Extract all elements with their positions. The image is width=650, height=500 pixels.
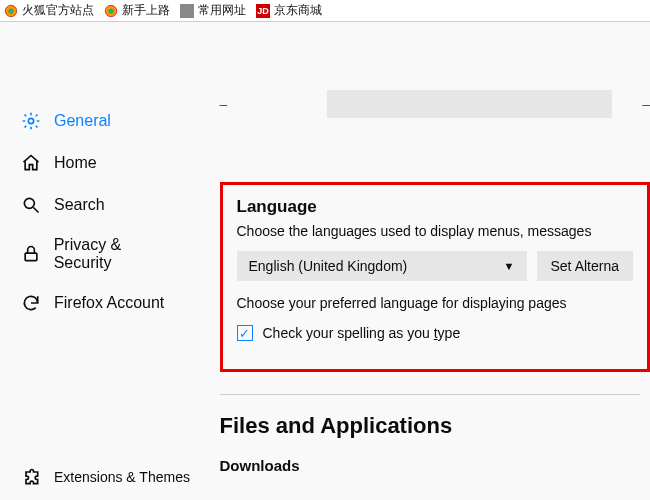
set-alternatives-button[interactable]: Set Alterna [537,251,634,281]
downloads-heading: Downloads [220,457,651,474]
sidebar-item-general[interactable]: General [0,100,192,142]
sidebar-item-label: Search [54,196,105,214]
sidebar-bottom: Extensions & Themes [0,454,215,500]
lock-icon [20,243,42,265]
sidebar-item-search[interactable]: Search [0,184,192,226]
sidebar-item-privacy[interactable]: Privacy & Security [0,226,192,282]
sync-icon [20,292,42,314]
language-section-highlight: Language Choose the languages used to di… [220,182,651,372]
svg-point-4 [28,118,33,123]
spellcheck-label: Check your spelling as you type [263,325,461,341]
gear-icon [20,110,42,132]
bookmark-jd[interactable]: JD 京东商城 [256,2,322,19]
sidebar-item-home[interactable]: Home [0,142,192,184]
search-icon [20,194,42,216]
checkbox-checked-icon[interactable]: ✓ [237,325,253,341]
bookmark-getting-started[interactable]: 新手上路 [104,2,170,19]
puzzle-icon [20,466,42,488]
bookmark-common-urls[interactable]: 常用网址 [180,2,246,19]
sidebar-item-label: Extensions & Themes [54,469,190,485]
language-heading: Language [237,197,634,217]
spellcheck-option[interactable]: ✓ Check your spelling as you type [237,325,634,341]
settings-layout: General Home Search Privacy & Security F… [0,22,650,500]
sidebar: General Home Search Privacy & Security F… [0,22,192,500]
bookmark-label: 常用网址 [198,2,246,19]
language-description: Choose the languages used to display men… [237,223,634,239]
bookmark-label: 京东商城 [274,2,322,19]
sidebar-item-label: Home [54,154,97,172]
bookmark-bar: 火狐官方站点 新手上路 常用网址 JD 京东商城 [0,0,650,22]
svg-point-1 [8,8,13,13]
dash-text: – [220,96,228,112]
firefox-icon [4,4,18,18]
bookmark-firefox-official[interactable]: 火狐官方站点 [4,2,94,19]
language-dropdown[interactable]: English (United Kingdom) ▼ [237,251,527,281]
sidebar-item-label: Privacy & Security [54,236,182,272]
page-icon [180,4,194,18]
sidebar-item-label: General [54,112,111,130]
svg-rect-7 [25,253,37,260]
dash-text: – [642,96,650,112]
sidebar-item-label: Firefox Account [54,294,164,312]
partial-row: – – [220,90,651,118]
jd-icon: JD [256,4,270,18]
bookmark-label: 火狐官方站点 [22,2,94,19]
dropdown-value: English (United Kingdom) [249,258,408,274]
files-applications-heading: Files and Applications [220,413,651,439]
svg-point-3 [108,8,113,13]
sidebar-item-account[interactable]: Firefox Account [0,282,192,324]
svg-line-6 [34,208,39,213]
chevron-down-icon: ▼ [504,260,515,272]
bookmark-label: 新手上路 [122,2,170,19]
home-icon [20,152,42,174]
language-controls-row: English (United Kingdom) ▼ Set Alterna [237,251,634,281]
svg-point-5 [24,198,34,208]
content-area: – – Language Choose the languages used t… [192,22,651,500]
button-label: Set Alterna [551,258,620,274]
sidebar-item-extensions[interactable]: Extensions & Themes [0,454,215,500]
preferred-language-description: Choose your preferred language for displ… [237,295,634,311]
firefox-icon [104,4,118,18]
section-divider [220,394,641,395]
dropdown-fragment[interactable] [327,90,612,118]
